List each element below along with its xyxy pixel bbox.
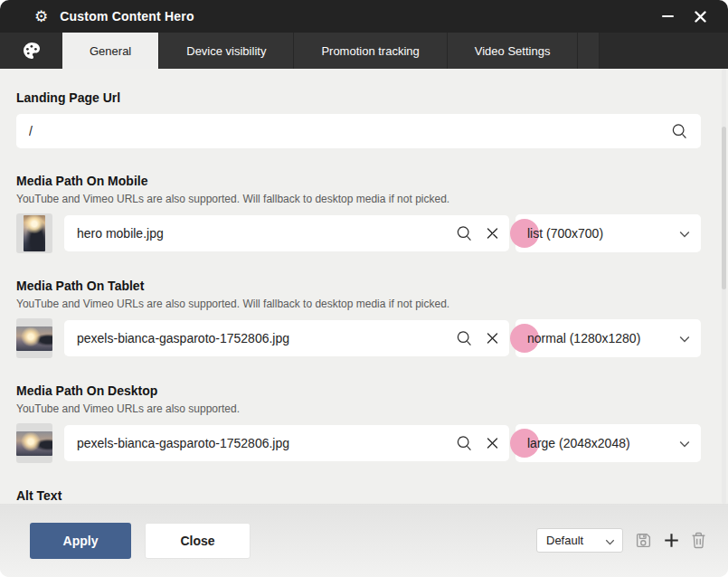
tab-general[interactable]: General xyxy=(62,33,159,69)
media-tablet-size-value: normal (1280x1280) xyxy=(515,331,640,345)
palette-icon xyxy=(21,40,43,61)
window-title: Custom Content Hero xyxy=(60,9,647,24)
alt-text-label: Alt Text xyxy=(16,488,701,503)
footer-preset-controls: Default xyxy=(536,528,706,553)
media-mobile-row: list (700x700) xyxy=(16,213,701,253)
media-desktop-size-value: large (2048x2048) xyxy=(515,436,630,450)
landing-url-search-button[interactable] xyxy=(671,123,688,140)
tab-promotion-tracking[interactable]: Promotion tracking xyxy=(294,33,447,69)
tab-bar-fill xyxy=(600,33,728,69)
media-mobile-thumbnail[interactable] xyxy=(16,213,52,253)
tab-device-visibility[interactable]: Device visibility xyxy=(159,33,294,69)
desktop-thumbnail-image xyxy=(16,431,52,456)
preset-select-value: Default xyxy=(537,534,583,547)
gear-icon: ⚙ xyxy=(34,9,48,24)
media-mobile-label: Media Path On Mobile xyxy=(16,174,701,188)
add-preset-button[interactable] xyxy=(664,533,679,548)
close-window-button[interactable] xyxy=(688,5,712,28)
minimize-button[interactable] xyxy=(656,5,679,28)
save-preset-button[interactable] xyxy=(635,532,652,549)
media-mobile-size-select[interactable]: list (700x700) xyxy=(515,214,701,252)
media-desktop-search-button[interactable] xyxy=(456,435,473,452)
x-icon xyxy=(487,333,498,345)
chevron-down-icon xyxy=(679,440,690,448)
dialog-footer: Apply Close Default xyxy=(0,504,728,577)
chevron-down-icon xyxy=(605,539,615,545)
media-mobile-size-value: list (700x700) xyxy=(515,226,603,241)
search-icon xyxy=(456,330,473,347)
media-desktop-size-select[interactable]: large (2048x2048) xyxy=(515,424,701,462)
dialog-window: ⚙ Custom Content Hero General Device vis… xyxy=(0,0,728,577)
landing-page-url-label: Landing Page Url xyxy=(16,90,701,105)
media-tablet-search-button[interactable] xyxy=(456,330,473,347)
close-button[interactable]: Close xyxy=(145,523,251,559)
delete-preset-button[interactable] xyxy=(691,532,706,549)
theme-button[interactable] xyxy=(0,33,62,69)
media-tablet-clear-button[interactable] xyxy=(487,333,498,345)
media-tablet-row: normal (1280x1280) xyxy=(16,318,701,358)
preset-select[interactable]: Default xyxy=(536,528,623,553)
media-desktop-thumbnail[interactable] xyxy=(16,423,52,463)
tab-video-settings[interactable]: Video Settings xyxy=(448,33,579,69)
media-tablet-field xyxy=(64,320,509,356)
x-icon xyxy=(487,228,498,240)
search-icon xyxy=(456,225,473,242)
media-mobile-field xyxy=(64,215,509,251)
media-mobile-helper: YouTube and Vimeo URLs are also supporte… xyxy=(16,193,701,205)
media-mobile-clear-button[interactable] xyxy=(487,228,498,240)
search-icon xyxy=(456,435,473,452)
minimize-icon xyxy=(662,15,674,18)
media-tablet-helper: YouTube and Vimeo URLs are also supporte… xyxy=(16,298,701,310)
media-tablet-label: Media Path On Tablet xyxy=(16,279,701,293)
media-desktop-field xyxy=(64,425,509,461)
tab-bar-spacer xyxy=(578,33,600,69)
chevron-down-icon xyxy=(679,231,690,238)
media-desktop-clear-button[interactable] xyxy=(487,438,498,449)
dialog-content: Landing Page Url Media Path On Mobile Yo… xyxy=(0,69,728,504)
media-desktop-row: large (2048x2048) xyxy=(16,423,701,463)
scrollbar-thumb[interactable] xyxy=(722,127,726,289)
title-bar: ⚙ Custom Content Hero xyxy=(0,0,728,33)
tab-bar: General Device visibility Promotion trac… xyxy=(0,33,728,69)
x-icon xyxy=(487,438,498,449)
landing-page-url-input[interactable] xyxy=(16,114,701,148)
close-icon xyxy=(695,11,706,23)
media-desktop-helper: YouTube and Vimeo URLs are also supporte… xyxy=(16,402,701,415)
landing-page-url-field xyxy=(16,114,701,148)
plus-icon xyxy=(664,533,679,548)
media-desktop-path-input[interactable] xyxy=(64,425,509,461)
tablet-thumbnail-image xyxy=(16,326,52,351)
chevron-down-icon xyxy=(679,336,690,343)
media-desktop-label: Media Path On Desktop xyxy=(16,383,701,398)
search-icon xyxy=(671,123,688,140)
floppy-disk-icon xyxy=(635,532,652,549)
media-mobile-search-button[interactable] xyxy=(456,225,473,242)
mobile-thumbnail-image xyxy=(24,215,45,251)
media-tablet-thumbnail[interactable] xyxy=(16,318,52,358)
apply-button[interactable]: Apply xyxy=(30,523,131,559)
media-tablet-size-select[interactable]: normal (1280x1280) xyxy=(515,319,701,357)
media-tablet-path-input[interactable] xyxy=(64,320,509,356)
trash-icon xyxy=(691,532,706,549)
media-mobile-path-input[interactable] xyxy=(64,215,509,251)
